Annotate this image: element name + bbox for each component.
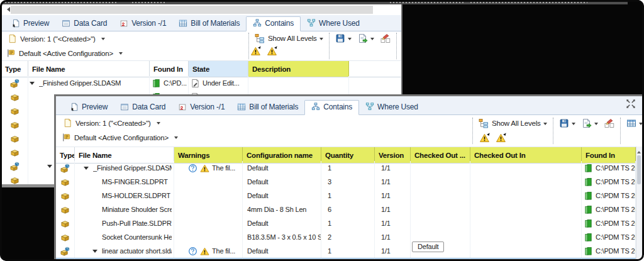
- compare-button[interactable]: [380, 33, 391, 44]
- chevron-down-icon: [572, 123, 575, 127]
- warning-add-icon: [251, 45, 262, 56]
- part-icon: [10, 106, 19, 116]
- expand-arrow-icon[interactable]: [30, 82, 35, 87]
- assembly-icon: [60, 164, 70, 173]
- table-row[interactable]: _Finished Gripper.SLDASMThe fil...Defaul…: [56, 161, 636, 175]
- table-row[interactable]: Socket Countersunk Head ...B18.3.5M - 3 …: [56, 230, 636, 244]
- version-selector[interactable]: Version: 1 ("<Created>"): [8, 34, 105, 43]
- cell-checked-out-in: [470, 216, 582, 230]
- cell-found-in: C:\PD...: [150, 76, 189, 90]
- table-view-button[interactable]: [626, 118, 643, 129]
- chevron-down-icon: [348, 38, 352, 42]
- compare-button[interactable]: [604, 118, 614, 129]
- compare-icon: [380, 33, 391, 43]
- tab-preview[interactable]: Preview: [64, 101, 114, 114]
- export-button[interactable]: [358, 33, 374, 44]
- tab-label: Contains: [323, 103, 352, 111]
- tab-preview[interactable]: Preview: [5, 17, 55, 31]
- part-icon: [60, 191, 70, 201]
- cell-text: 1: [328, 164, 331, 172]
- folder-icon: [584, 247, 593, 256]
- cell-text: C:\PDM TS 20: [596, 219, 636, 227]
- table-row[interactable]: [56, 258, 636, 261]
- table-row[interactable]: Push-Pull Plate.SLDPRTDefault11/1C:\PDM …: [56, 216, 636, 230]
- column-header-type[interactable]: Type: [1, 61, 28, 77]
- cell-type: [1, 131, 28, 145]
- table-row[interactable]: _Finished Gripper.SLDASMC:\PD...Under Ed…: [1, 76, 401, 90]
- cell-state: Under Edit...: [189, 76, 248, 90]
- chevron-down-icon: [174, 136, 178, 141]
- column-header-state[interactable]: State: [189, 61, 248, 77]
- tab-version-1[interactable]: Version -/1: [172, 101, 231, 114]
- vertical-scrollbar[interactable]: [636, 147, 642, 261]
- table-row[interactable]: Miniature Shoulder Screw.S...4mm Dia - 8…: [56, 203, 636, 216]
- table-row[interactable]: MS-HOLDER.SLDPRTDefault11/1C:\PDM TS 20: [56, 189, 636, 203]
- cell-quantity: 2: [321, 230, 375, 244]
- save-icon: [559, 118, 569, 128]
- preview-icon: [11, 19, 20, 28]
- cell-file-name: Miniature Shoulder Screw.S...: [75, 203, 174, 216]
- column-header-label: File Name: [32, 65, 65, 73]
- show-all-levels-icon: [255, 33, 265, 43]
- expand-arrow-icon[interactable]: [84, 167, 89, 172]
- scrollbar-thumb[interactable]: [637, 155, 641, 184]
- text-smudge: [132, 1, 167, 3]
- column-header-found-in[interactable]: Found In: [150, 61, 189, 77]
- cell-found-in: C:\PDM TS 20: [582, 161, 636, 175]
- expand-arrow-icon[interactable]: [92, 250, 97, 255]
- show-all-levels-button[interactable]: Show All Levels: [479, 118, 547, 129]
- tab-bar: PreviewData CardVersion -/1Bill of Mater…: [1, 15, 401, 31]
- cell-text: C:\PDM TS 20: [596, 192, 636, 199]
- cell-warnings: [174, 216, 243, 230]
- part-icon: [60, 233, 70, 242]
- front-panel-window: PreviewData CardVersion -/1Bill of Mater…: [54, 94, 644, 261]
- cell-quantity: 1: [321, 244, 375, 258]
- chevron-left-icon[interactable]: [4, 7, 10, 12]
- scrollbar-track[interactable]: [11, 6, 373, 14]
- column-header-file-name[interactable]: File Name: [28, 61, 150, 77]
- tab-bill-of-materials[interactable]: Bill of Materials: [231, 101, 304, 114]
- table-row[interactable]: linear actuator short.sldasmThe fil...De…: [56, 244, 636, 258]
- tab-where-used[interactable]: Where Used: [301, 17, 366, 31]
- save-button[interactable]: [335, 33, 352, 44]
- file-name-label: MS-HOLDER.SLDPRT: [102, 192, 170, 199]
- expand-arrow-icon[interactable]: [47, 165, 52, 170]
- column-header-description[interactable]: Description: [248, 61, 349, 77]
- table-row[interactable]: MS-FINGER.SLDPRTDefault31/1C:\PDM TS 20: [56, 175, 636, 189]
- file-name-label: Push-Pull Plate.SLDPRT: [102, 219, 172, 227]
- tab-data-card[interactable]: Data Card: [114, 101, 172, 114]
- tab-bill-of-materials[interactable]: Bill of Materials: [172, 17, 246, 31]
- cell-configuration: B18.3.5M - 3 x 0.5 x 10 S...: [243, 230, 321, 244]
- warning-badges: [251, 45, 278, 56]
- cell-configuration: Default: [243, 216, 321, 230]
- cell-text: Default: [247, 192, 268, 199]
- tab-label: Version -/1: [131, 19, 166, 28]
- part-icon: [10, 120, 19, 130]
- warning-add-icon: [480, 132, 491, 143]
- cell-text: Under Edit...: [203, 79, 240, 87]
- tab-label: Data Card: [132, 103, 165, 111]
- tab-data-card[interactable]: Data Card: [55, 17, 113, 31]
- show-all-levels-button[interactable]: Show All Levels: [255, 33, 323, 44]
- configuration-label: Default <Active Configuration>: [74, 134, 169, 142]
- page-icon: [8, 34, 17, 43]
- configuration-selector[interactable]: Default <Active Configuration>: [62, 133, 178, 142]
- tab-label: Contains: [265, 19, 294, 28]
- tab-contains[interactable]: Contains: [304, 100, 359, 115]
- column-header-label: Type: [60, 152, 75, 159]
- expand-icon[interactable]: [625, 98, 636, 109]
- export-button[interactable]: [582, 118, 598, 129]
- save-button[interactable]: [559, 118, 575, 129]
- column-header-label: Version: [379, 152, 404, 159]
- where-used-icon: [365, 103, 374, 111]
- configuration-selector[interactable]: Default <Active Configuration>: [6, 48, 123, 58]
- horizontal-scrollbar[interactable]: [1, 4, 401, 15]
- tab-version-1[interactable]: Version -/1: [113, 17, 172, 31]
- tab-where-used[interactable]: Where Used: [359, 101, 425, 114]
- version-selector[interactable]: Version: 1 ("<Created>"): [63, 118, 160, 128]
- cell-version: 1/1: [375, 230, 411, 244]
- chevron-down-icon: [101, 38, 105, 42]
- scrollbar-up-arrow[interactable]: [637, 149, 641, 153]
- cell-file-name: [75, 258, 174, 261]
- tab-contains[interactable]: Contains: [246, 16, 301, 31]
